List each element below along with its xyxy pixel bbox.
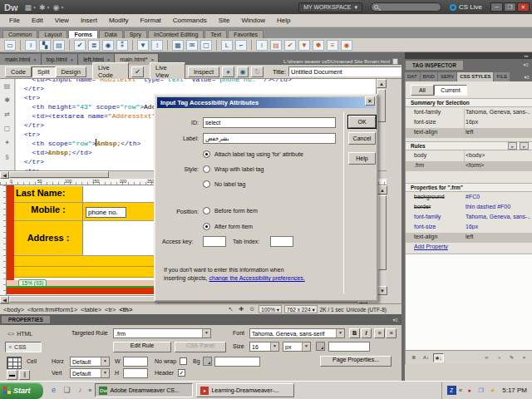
panel-tab-css-styles[interactable]: CSS STYLES bbox=[457, 72, 493, 81]
bg-color-swatch[interactable] bbox=[203, 357, 212, 366]
properties-tab[interactable]: PROPERTIES bbox=[2, 316, 50, 323]
tag-selector-item[interactable]: <th> bbox=[119, 306, 132, 313]
mobile-text-input[interactable] bbox=[86, 207, 126, 218]
restore-button[interactable]: ❐ bbox=[504, 2, 516, 12]
edit-rule-button[interactable]: Edit Rule bbox=[113, 342, 171, 352]
fieldset-icon[interactable]: ⌐ bbox=[235, 40, 247, 51]
menu-edit[interactable]: Edit bbox=[26, 15, 49, 26]
document-title-input[interactable] bbox=[288, 66, 401, 76]
current-button[interactable]: Current bbox=[434, 85, 467, 96]
menu-file[interactable]: File bbox=[3, 15, 26, 26]
close-tab-icon[interactable]: × bbox=[107, 57, 111, 62]
height-input[interactable] bbox=[123, 368, 148, 378]
unit-select[interactable]: px▼ bbox=[283, 342, 311, 352]
internet-explorer-icon[interactable]: e bbox=[48, 385, 59, 396]
label-cell[interactable]: Last Name: bbox=[14, 186, 83, 202]
radio-button-icon[interactable] bbox=[203, 150, 210, 158]
font-select[interactable]: Tahoma, Geneva, sans-serif▼ bbox=[249, 328, 345, 338]
spry-select-icon[interactable]: ▼ bbox=[298, 40, 310, 51]
scroll-left-arrow[interactable]: ◀ bbox=[0, 171, 9, 179]
menu-site[interactable]: Site bbox=[213, 15, 236, 26]
design-view-button[interactable]: Design bbox=[56, 66, 86, 77]
dialog-titlebar[interactable]: Input Tag Accessibility Attributes bbox=[157, 97, 375, 108]
vert-select[interactable]: Default▼ bbox=[70, 368, 110, 378]
layout-switcher-icon[interactable]: ▦▾ bbox=[25, 3, 37, 12]
tag-selector-item[interactable]: <tr> bbox=[105, 306, 116, 313]
spry-text-field-icon[interactable]: I bbox=[256, 40, 268, 51]
close-tab-icon[interactable]: × bbox=[71, 57, 74, 62]
collapse-tag-icon[interactable]: ✱ bbox=[2, 96, 12, 104]
extend-icon[interactable]: ✱▾ bbox=[39, 3, 50, 12]
scroll-up-arrow[interactable]: ▲ bbox=[377, 79, 387, 88]
insert-tab-incontext-editing[interactable]: InContext Editing bbox=[148, 30, 204, 38]
checkbox-icon[interactable]: ✔ bbox=[74, 40, 86, 51]
access-key-input[interactable] bbox=[203, 236, 226, 247]
spry-textarea-icon[interactable]: ▤ bbox=[270, 40, 282, 51]
targeted-rule-select[interactable]: .frm▼ bbox=[113, 328, 211, 338]
expand-all-icon[interactable]: ▢ bbox=[2, 125, 12, 132]
label-input[interactable] bbox=[203, 133, 336, 144]
style-option[interactable]: No label tag bbox=[203, 180, 245, 188]
panel-menu-icon[interactable]: ▾≡ bbox=[392, 317, 398, 323]
style-option[interactable]: Attach label tag using 'for' attribute bbox=[203, 150, 303, 158]
css-row[interactable]: background#FC0 bbox=[406, 193, 532, 203]
spry-radio-group-icon[interactable]: ◉ bbox=[341, 40, 352, 51]
page-properties-button[interactable]: Page Properties... bbox=[320, 356, 392, 367]
menu-view[interactable]: View bbox=[49, 15, 75, 26]
hand-tool-icon[interactable]: ✚ bbox=[237, 306, 245, 313]
window-size-select[interactable]: 762 x 224 ▾ bbox=[284, 305, 318, 313]
width-input[interactable] bbox=[123, 357, 148, 367]
radio-button-icon[interactable] bbox=[203, 223, 210, 230]
code-view-button[interactable]: Code bbox=[5, 66, 32, 77]
css-row[interactable]: text-alignleft bbox=[406, 128, 532, 138]
form-icon[interactable]: ▭ bbox=[4, 40, 16, 51]
document-tab[interactable]: main.html× bbox=[0, 54, 42, 65]
menu-help[interactable]: Help bbox=[271, 15, 296, 26]
css-row[interactable]: body<body> bbox=[406, 151, 532, 161]
show-category-view-icon[interactable]: ≣ bbox=[408, 353, 419, 362]
label-icon[interactable]: L bbox=[221, 40, 233, 51]
live-code-button[interactable]: Live Code bbox=[92, 62, 130, 81]
insert-tab-layout[interactable]: Layout bbox=[38, 30, 67, 38]
insert-tab-common[interactable]: Common bbox=[2, 30, 37, 38]
textarea-icon[interactable]: ▤ bbox=[53, 40, 65, 51]
line-numbers-icon[interactable]: § bbox=[2, 153, 12, 160]
text-field-icon[interactable]: I bbox=[25, 40, 37, 51]
scroll-thumb[interactable] bbox=[9, 171, 109, 178]
add-property-row[interactable]: Add Property bbox=[406, 243, 532, 253]
id-input[interactable] bbox=[203, 117, 336, 128]
document-tab[interactable]: top.html× bbox=[42, 54, 78, 65]
scroll-thumb[interactable] bbox=[377, 89, 386, 122]
label-cell[interactable]: Address : bbox=[14, 221, 83, 255]
menu-insert[interactable]: Insert bbox=[75, 15, 103, 26]
start-button[interactable]: Start bbox=[0, 382, 43, 399]
display-settings-icon[interactable]: ❐ bbox=[476, 386, 485, 395]
edit-style-icon[interactable]: ✎ bbox=[506, 353, 517, 362]
align-left-button[interactable]: ≡ bbox=[374, 328, 385, 338]
scroll-up-arrow[interactable]: ▲ bbox=[377, 185, 387, 195]
insert-tab-data[interactable]: Data bbox=[99, 30, 123, 38]
show-summary-icon[interactable]: ▸ bbox=[520, 142, 529, 150]
button-icon[interactable]: ▢ bbox=[200, 40, 212, 51]
merge-cells-icon[interactable]: ▬ bbox=[7, 370, 17, 380]
css-row[interactable]: font-size16px bbox=[406, 118, 532, 128]
cs-live-button[interactable]: CS Live bbox=[450, 3, 482, 11]
bold-button[interactable]: B bbox=[349, 328, 360, 338]
close-tab-icon[interactable]: × bbox=[33, 57, 37, 62]
site-user-icon[interactable]: ◉▾ bbox=[53, 3, 64, 12]
menu-commands[interactable]: Commands bbox=[167, 15, 213, 26]
select-list-icon[interactable]: ▼ bbox=[137, 40, 149, 51]
accessibility-preferences-link[interactable]: change the Accessibility preferences. bbox=[209, 275, 304, 281]
css-row[interactable]: font-familyTahoma, Geneva, sans-... bbox=[406, 213, 532, 223]
scroll-thumb[interactable] bbox=[378, 195, 387, 270]
messenger-icon[interactable]: ● bbox=[465, 386, 474, 395]
position-option[interactable]: After form item bbox=[203, 223, 253, 230]
check-browser-icon[interactable]: ✔ bbox=[131, 66, 144, 77]
task-button[interactable]: ▸Learning-Dreamweaver-... bbox=[196, 383, 294, 397]
open-documents-icon[interactable]: ▤ bbox=[2, 82, 12, 90]
split-view-button[interactable]: Split bbox=[32, 66, 56, 77]
style-option[interactable]: Wrap with label tag bbox=[203, 165, 264, 173]
panel-menu-icon[interactable]: ▾≡ bbox=[523, 62, 529, 67]
show-cascade-icon[interactable]: ▸ bbox=[508, 142, 517, 150]
jump-menu-icon[interactable]: ↕ bbox=[151, 40, 163, 51]
